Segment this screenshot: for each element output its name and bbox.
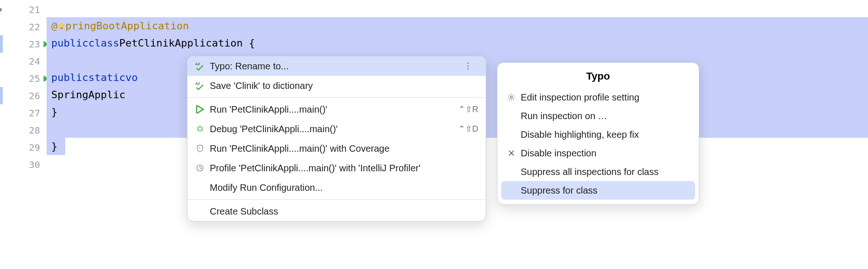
change-marker — [0, 35, 3, 53]
gutter-line: 26 — [0, 87, 47, 104]
menu-item-label: Save 'Clinik' to dictionary — [210, 81, 478, 91]
line-number: 25 — [28, 73, 40, 84]
intention-bulb-icon[interactable] — [57, 20, 65, 32]
submenu-item-suppress-all[interactable]: Suppress all inspections for class — [501, 162, 695, 181]
menu-item-label: Modify Run Configuration... — [210, 182, 478, 193]
menu-item-label: Profile 'PetClinikAppli....main()' with … — [210, 163, 478, 174]
line-number: 22 — [28, 21, 40, 33]
menu-shortcut: ⌃⇧R — [458, 104, 478, 114]
line-number: 26 — [28, 90, 40, 101]
bookmark-dot[interactable] — [0, 8, 2, 12]
submenu-item-disable-highlighting[interactable]: Disable highlighting, keep fix — [501, 125, 695, 144]
menu-item-label: Typo: Rename to... — [210, 61, 462, 72]
line-number: 23 — [28, 39, 40, 50]
code-line[interactable]: } — [47, 138, 65, 155]
gutter-line: 27 — [0, 104, 47, 121]
identifier-token: PetClinikApplication — [119, 34, 243, 52]
spellcheck-icon: AZ — [195, 61, 205, 71]
submenu-item-label: Suppress all inspections for class — [521, 167, 659, 177]
line-number: 24 — [28, 56, 40, 67]
keyword-token: vo — [125, 69, 138, 86]
menu-item-coverage[interactable]: Run 'PetClinikAppli....main()' with Cove… — [187, 139, 486, 158]
brace-token: { — [243, 34, 255, 52]
svg-line-22 — [509, 99, 510, 100]
code-line[interactable]: @pringBootApplication — [47, 17, 868, 34]
typo-submenu-popup: Typo Edit inspection profile setting Run… — [497, 62, 699, 205]
submenu-item-label: Edit inspection profile setting — [521, 92, 640, 103]
menu-item-typo-rename[interactable]: AZ Typo: Rename to... — [187, 56, 486, 76]
svg-point-5 — [467, 68, 468, 69]
submenu-item-label: Disable inspection — [521, 148, 596, 159]
svg-line-21 — [513, 99, 514, 100]
keyword-token: class — [88, 34, 119, 52]
submenu-item-label: Suppress for class — [521, 185, 598, 196]
menu-item-create-subclass[interactable]: Create Subclass — [187, 202, 486, 221]
submenu-item-disable-inspection[interactable]: Disable inspection — [501, 144, 695, 162]
popup-title: Typo — [501, 66, 695, 88]
line-number: 21 — [28, 4, 40, 15]
gutter: 21 22 23 24 25 26 27 28 — [0, 0, 47, 269]
svg-point-3 — [467, 62, 468, 64]
line-number: 27 — [28, 108, 40, 119]
submenu-item-run-inspection[interactable]: Run inspection on … — [501, 107, 695, 125]
svg-point-4 — [467, 65, 468, 67]
brace-token: } — [51, 103, 57, 121]
spellcheck-icon: AZ — [195, 81, 205, 90]
gutter-line: 29 — [0, 139, 47, 156]
code-line[interactable] — [47, 0, 868, 17]
gutter-line: 23 — [0, 35, 47, 53]
more-options-icon[interactable] — [467, 62, 478, 70]
line-number: 29 — [28, 142, 40, 153]
svg-point-15 — [510, 96, 513, 99]
keyword-token: public — [51, 69, 88, 86]
gutter-line: 24 — [0, 53, 47, 70]
line-number: 28 — [28, 125, 40, 136]
submenu-item-label: Run inspection on … — [521, 111, 607, 121]
menu-item-label: Run 'PetClinikAppli....main()' — [210, 104, 454, 115]
line-number: 30 — [28, 159, 40, 170]
submenu-item-edit-profile[interactable]: Edit inspection profile setting — [501, 88, 695, 107]
menu-item-run[interactable]: Run 'PetClinikAppli....main()' ⌃⇧R — [187, 100, 486, 119]
gutter-line: 28 — [0, 121, 47, 139]
menu-item-profile[interactable]: Profile 'PetClinikAppli....main()' with … — [187, 158, 486, 178]
keyword-token: public — [51, 34, 88, 52]
svg-line-23 — [513, 95, 514, 96]
svg-rect-1 — [61, 27, 63, 29]
svg-text:AZ: AZ — [195, 81, 200, 86]
change-marker — [0, 87, 3, 104]
identifier-token: SpringApplic — [51, 86, 125, 103]
gutter-line: 21 — [0, 1, 47, 18]
annotation-token: @pringBootApplication — [51, 17, 189, 34]
keyword-token: static — [88, 69, 125, 86]
coverage-icon — [195, 144, 205, 153]
menu-item-modify-run-config[interactable]: Modify Run Configuration... — [187, 178, 486, 197]
code-line[interactable]: public class PetClinikApplication { — [47, 34, 868, 52]
menu-shortcut: ⌃⇧D — [458, 124, 478, 134]
svg-line-20 — [509, 95, 510, 96]
menu-separator — [187, 199, 486, 200]
intention-actions-popup: AZ Typo: Rename to... AZ Save 'Clinik' t… — [187, 56, 486, 222]
menu-separator — [187, 97, 486, 98]
run-icon — [195, 105, 205, 114]
submenu-item-label: Disable highlighting, keep fix — [521, 129, 639, 140]
menu-item-save-dictionary[interactable]: AZ Save 'Clinik' to dictionary — [187, 76, 486, 95]
close-icon — [507, 150, 516, 156]
gear-icon — [507, 94, 516, 101]
profile-icon — [195, 164, 205, 172]
svg-point-7 — [198, 127, 202, 131]
svg-point-0 — [60, 24, 64, 28]
menu-item-label: Debug 'PetClinikAppli....main()' — [210, 124, 454, 134]
submenu-item-suppress-class[interactable]: Suppress for class — [501, 181, 695, 200]
gutter-line: 30 — [0, 156, 47, 173]
debug-icon — [195, 125, 205, 133]
svg-text:AZ: AZ — [195, 62, 200, 66]
menu-item-label: Create Subclass — [210, 206, 478, 217]
menu-item-label: Run 'PetClinikAppli....main()' with Cove… — [210, 143, 478, 154]
menu-item-debug[interactable]: Debug 'PetClinikAppli....main()' ⌃⇧D — [187, 119, 486, 139]
brace-token: } — [51, 138, 57, 155]
gutter-line: 25 — [0, 70, 47, 87]
gutter-line: 22 — [0, 18, 47, 35]
